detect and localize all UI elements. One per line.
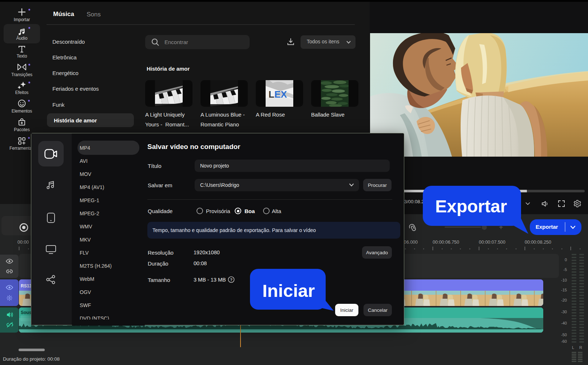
svg-text:Exportar: Exportar [435, 197, 507, 216]
svg-text:RS13: RS13 [21, 283, 32, 289]
svg-text:EX: EX [274, 89, 287, 100]
svg-text:Iniciar: Iniciar [262, 281, 315, 301]
svg-text:L: L [269, 89, 274, 100]
svg-text:?: ? [230, 278, 233, 282]
